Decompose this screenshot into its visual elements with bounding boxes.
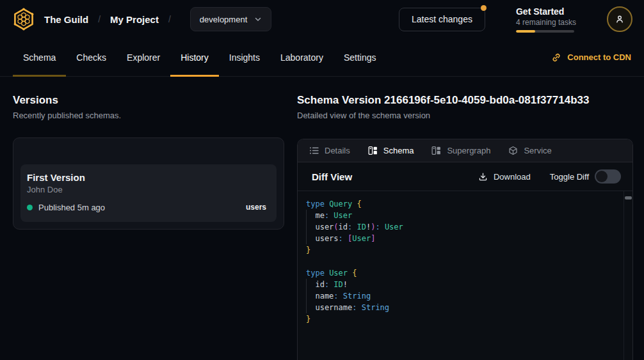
nav-tab-history[interactable]: History [170,38,219,76]
schema-version-subtitle: Detailed view of the schema version [297,111,633,120]
columns-icon [368,146,378,155]
list-icon [309,146,319,155]
download-icon [478,172,488,182]
tab-service[interactable]: Service [508,146,551,155]
latest-changes-button[interactable]: Latest changes [399,8,485,31]
nav-tab-explorer[interactable]: Explorer [117,38,170,76]
download-button[interactable]: Download [478,172,531,182]
breadcrumb-org[interactable]: The Guild [44,14,88,25]
service-badge: users [246,203,266,212]
main-nav: Schema Checks Explorer History Insights … [0,38,644,77]
get-started-progress-bar [516,30,574,33]
main-content: Versions Recently published schemas. Fir… [0,77,644,360]
version-name: First Version [27,172,266,183]
target-selector-dropdown[interactable]: development [190,7,271,31]
indent-guide [306,279,307,313]
version-status-row: Published 5m ago users [27,202,266,212]
versions-card: First Version John Doe Published 5m ago … [13,137,284,230]
app-root: The Guild / My Project / development Lat… [0,0,644,360]
tab-schema[interactable]: Schema [368,146,414,155]
chevron-down-icon [254,15,262,23]
get-started-title: Get Started [516,6,576,17]
hive-logo-icon[interactable] [12,7,36,31]
breadcrumb-separator: / [98,14,101,24]
get-started-widget[interactable]: Get Started 4 remaining tasks [516,6,576,33]
toggle-diff-switch[interactable] [595,169,621,184]
avatar[interactable] [607,6,632,32]
schema-code-viewer[interactable]: type Query { me: User user(id: ID!): Use… [298,191,632,360]
breadcrumb-separator: / [168,14,171,24]
get-started-progress-fill [516,30,535,33]
published-dot-icon [27,205,33,210]
code-lines: type Query { me: User user(id: ID!): Use… [306,198,616,325]
nav-tab-schema[interactable]: Schema [13,38,66,76]
nav-tab-insights[interactable]: Insights [219,38,270,76]
cube-icon [508,146,518,155]
nav-tab-settings[interactable]: Settings [334,38,387,76]
versions-panel: Versions Recently published schemas. Fir… [0,77,297,360]
scrollbar-track [624,191,624,360]
schema-version-title: Schema Version 2166196f-5e10-4059-bd0a-0… [297,94,633,107]
link-icon [551,52,561,63]
diff-toolbar: Diff View Download Toggle Diff [298,162,632,191]
get-started-subtitle: 4 remaining tasks [516,18,576,27]
breadcrumb-project[interactable]: My Project [110,14,159,25]
tab-details[interactable]: Details [309,146,350,155]
tab-supergraph[interactable]: Supergraph [431,146,490,155]
nav-tab-laboratory[interactable]: Laboratory [270,38,334,76]
version-status: Published 5m ago [38,203,105,212]
indent-guide [306,210,307,244]
schema-version-detail-container: Details Schema [297,139,633,360]
diff-view-title: Diff View [312,171,352,182]
notification-dot [481,5,487,11]
nav-tab-checks[interactable]: Checks [66,38,117,76]
version-list-item[interactable]: First Version John Doe Published 5m ago … [20,164,277,222]
scrollbar-thumb[interactable] [625,196,632,200]
version-author: John Doe [27,185,266,194]
versions-subtitle: Recently published schemas. [13,111,284,120]
top-header: The Guild / My Project / development Lat… [0,0,644,38]
versions-title: Versions [13,94,284,107]
columns-icon [431,146,441,155]
person-icon [615,14,625,24]
target-selector-value: development [200,15,247,24]
schema-version-panel: Schema Version 2166196f-5e10-4059-bd0a-0… [297,77,644,360]
connect-to-cdn-button[interactable]: Connect to CDN [551,38,631,76]
detail-tab-strip: Details Schema [298,139,632,162]
toggle-diff-label: Toggle Diff [550,172,589,182]
switch-knob [596,171,608,182]
